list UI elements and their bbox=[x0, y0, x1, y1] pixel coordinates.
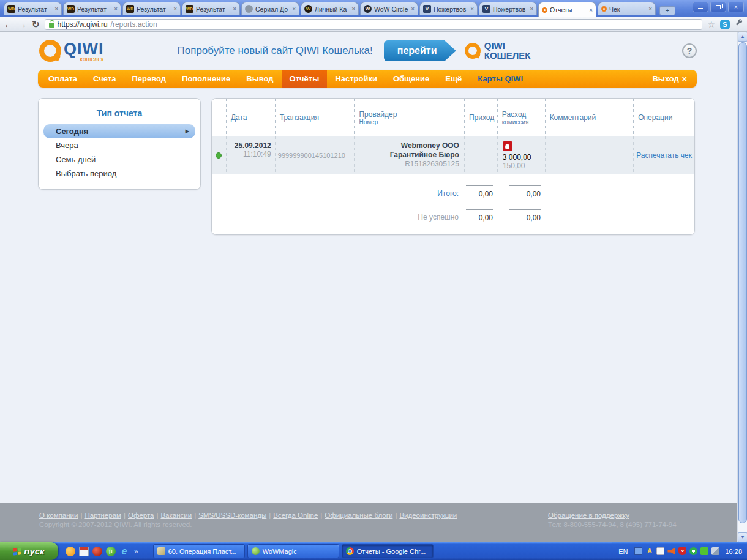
antivirus-shield-tray-icon[interactable]: v bbox=[678, 547, 686, 555]
quicklaunch-app-icon[interactable] bbox=[66, 547, 75, 556]
tab-serial[interactable]: Сериал До × bbox=[241, 2, 299, 15]
tab-close-icon[interactable]: × bbox=[114, 6, 118, 12]
start-button[interactable]: пуск bbox=[0, 542, 58, 560]
nav-esche[interactable]: Ещё bbox=[437, 70, 470, 88]
tab-otchety-active[interactable]: Отчеты × bbox=[538, 2, 596, 17]
col-date: Дата bbox=[226, 99, 275, 136]
internet-explorer-icon[interactable]: e bbox=[119, 547, 129, 556]
nav-vyvod[interactable]: Вывод bbox=[238, 70, 281, 88]
footer-link-blogi[interactable]: Официальные блоги bbox=[325, 512, 392, 519]
footer-link-videoinstrukcii[interactable]: Видеоинструкции bbox=[399, 512, 457, 519]
task-wowmagic[interactable]: WoWMagic bbox=[247, 544, 339, 558]
messenger-tray-icon[interactable] bbox=[689, 547, 697, 555]
tab-pozhertvovanie-2[interactable]: V Пожертвов × bbox=[479, 2, 537, 15]
opera-icon[interactable] bbox=[92, 547, 102, 556]
tab-close-icon[interactable]: × bbox=[292, 6, 296, 12]
tab-close-icon[interactable]: × bbox=[173, 6, 177, 12]
back-button[interactable]: ← bbox=[4, 20, 13, 29]
scroll-up-button[interactable]: ▲ bbox=[738, 32, 747, 42]
close-button[interactable]: × bbox=[728, 2, 744, 12]
utorrent-icon[interactable]: µ bbox=[106, 547, 116, 556]
support-link[interactable]: Обращение в поддержку bbox=[548, 512, 629, 519]
qiwi-logo[interactable]: QIWI кошелек bbox=[39, 40, 104, 62]
task-buttons: 60. Операция Пласт... WoWMagic Отчеты - … bbox=[153, 544, 434, 558]
language-indicator[interactable]: EN bbox=[618, 548, 628, 555]
clock[interactable]: 16:28 bbox=[725, 548, 742, 555]
task-operaciya-plast[interactable]: 60. Операция Пласт... bbox=[153, 544, 245, 558]
tab-close-icon[interactable]: × bbox=[233, 6, 236, 12]
tab-lichny-kabinet[interactable]: W Личный Ка × bbox=[301, 2, 359, 15]
failed-expense: 0,00 bbox=[509, 209, 541, 222]
bookmark-star-icon[interactable]: ☆ bbox=[707, 20, 715, 29]
screen: WD Результат × WD Результат × WD Результ… bbox=[0, 0, 747, 560]
document-task-icon bbox=[157, 547, 165, 555]
task-otchety-chrome-active[interactable]: Отчеты - Google Chr... bbox=[342, 544, 434, 558]
qiwi-wallet-logo[interactable]: QIWI КОШЕЛЕК bbox=[465, 41, 531, 61]
restore-icon bbox=[716, 5, 721, 9]
col-expense: Расход комиссия bbox=[497, 99, 545, 136]
print-receipt-link[interactable]: Распечатать чек bbox=[636, 151, 692, 160]
taskbar: пуск µ e » 60. Операция Пласт... WoWMagi… bbox=[0, 542, 747, 560]
nav-oplata[interactable]: Оплата bbox=[40, 70, 85, 88]
tab-wow-circle[interactable]: W WoW Circle × bbox=[360, 2, 418, 15]
address-bar[interactable]: https://w.qiwi.ru /reports.action bbox=[45, 19, 703, 30]
wrench-menu-icon[interactable] bbox=[735, 19, 743, 30]
footer-link-vsegda-online[interactable]: Всегда Online bbox=[273, 512, 318, 519]
logout-button[interactable]: Выход × bbox=[652, 74, 694, 84]
tab-rezultat-4[interactable]: WD Результат × bbox=[182, 2, 240, 15]
footer-link-sms-ussd[interactable]: SMS/USSD-команды bbox=[198, 512, 266, 519]
footer-link-vakansii[interactable]: Вакансии bbox=[160, 512, 192, 519]
skype-extension-icon[interactable]: S bbox=[720, 20, 730, 29]
restore-button[interactable] bbox=[710, 2, 726, 12]
footer-link-o-kompanii[interactable]: О компании bbox=[39, 512, 78, 519]
tabs: WD Результат × WD Результат × WD Результ… bbox=[4, 2, 675, 17]
tab-chek[interactable]: Чек × bbox=[598, 2, 656, 15]
footer-links: О компании|Партнерам|Оферта|Вакансии|SMS… bbox=[39, 512, 457, 519]
cell-date: 25.09.2012 11:10:49 bbox=[226, 136, 275, 174]
sidebar-item-vybrat-period[interactable]: Выбрать период bbox=[39, 166, 200, 181]
notes-tray-icon[interactable] bbox=[656, 547, 664, 555]
nav-popolnenie[interactable]: Пополнение bbox=[174, 70, 238, 88]
sidebar-item-sem-dney[interactable]: Семь дней bbox=[39, 152, 200, 166]
scrollbar-thumb[interactable] bbox=[738, 42, 747, 523]
scroll-down-button[interactable]: ▼ bbox=[738, 532, 747, 542]
tab-pozhertvovanie-1[interactable]: V Пожертвов × bbox=[419, 2, 478, 15]
display-tray-icon[interactable] bbox=[634, 547, 642, 555]
sidebar-item-vchera[interactable]: Вчера bbox=[39, 138, 200, 152]
font-tray-icon[interactable]: A bbox=[645, 547, 653, 555]
system-tray: EN A v 16:28 bbox=[612, 542, 747, 560]
reload-button[interactable]: ↻ bbox=[32, 20, 40, 29]
tab-close-icon[interactable]: × bbox=[54, 6, 58, 12]
tab-close-icon[interactable]: × bbox=[530, 6, 533, 12]
nav-scheta[interactable]: Счета bbox=[85, 70, 124, 88]
vertical-scrollbar[interactable]: ▲ ▼ bbox=[737, 32, 747, 542]
tab-close-icon[interactable]: × bbox=[411, 6, 415, 12]
footer-link-oferta[interactable]: Оферта bbox=[128, 512, 154, 519]
nav-perevod[interactable]: Перевод bbox=[124, 70, 174, 88]
tab-close-icon[interactable]: × bbox=[589, 7, 593, 13]
calendar-icon[interactable] bbox=[79, 547, 89, 556]
go-to-new-site-button[interactable]: перейти bbox=[384, 40, 456, 61]
tab-close-icon[interactable]: × bbox=[470, 6, 474, 12]
new-tab-button[interactable]: + bbox=[659, 6, 675, 15]
col-comment: Комментарий bbox=[545, 99, 634, 136]
nav-karty-qiwi[interactable]: Карты QIWI bbox=[470, 70, 531, 88]
tab-rezultat-2[interactable]: WD Результат × bbox=[63, 2, 121, 15]
help-button[interactable]: ? bbox=[682, 43, 697, 58]
nav-otchety-active[interactable]: Отчёты bbox=[282, 70, 328, 88]
tab-rezultat-3[interactable]: WD Результат × bbox=[122, 2, 181, 15]
nav-obschenie[interactable]: Общение bbox=[385, 70, 437, 88]
minimize-button[interactable] bbox=[693, 2, 708, 12]
wd-favicon: WD bbox=[67, 5, 75, 13]
forward-button[interactable]: → bbox=[18, 20, 27, 29]
status-green-tray-icon[interactable] bbox=[700, 547, 708, 555]
quicklaunch-overflow-chevron[interactable]: » bbox=[134, 547, 138, 556]
network-tray-icon[interactable] bbox=[711, 547, 719, 555]
volume-tray-icon[interactable] bbox=[667, 547, 675, 555]
tab-close-icon[interactable]: × bbox=[648, 6, 652, 12]
tab-close-icon[interactable]: × bbox=[351, 6, 355, 12]
footer-link-partneram[interactable]: Партнерам bbox=[84, 512, 121, 519]
tab-rezultat-1[interactable]: WD Результат × bbox=[4, 2, 62, 15]
sidebar-item-segodnya[interactable]: Сегодня ▶ bbox=[43, 124, 195, 138]
nav-nastroyki[interactable]: Настройки bbox=[327, 70, 385, 88]
